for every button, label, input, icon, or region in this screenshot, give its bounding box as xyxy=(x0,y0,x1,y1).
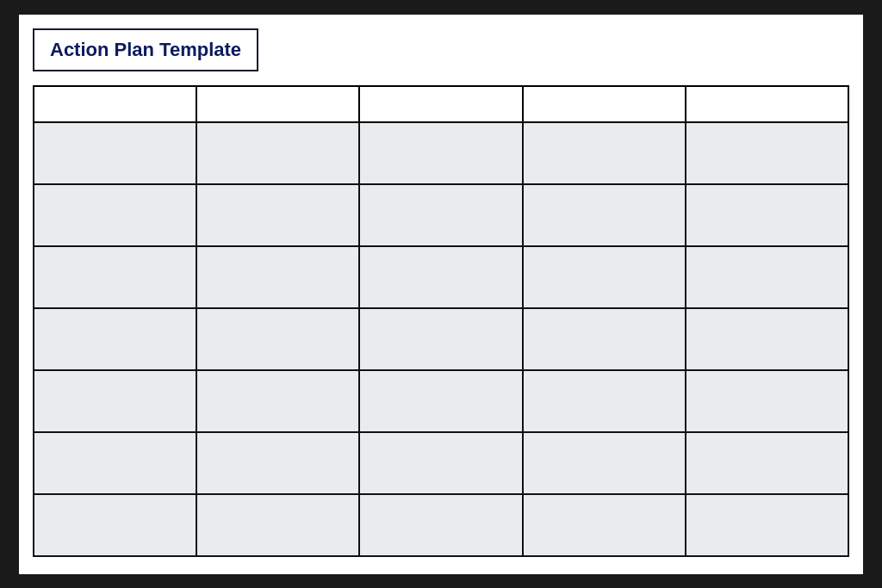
cell-row0-col-objectives[interactable] xyxy=(34,122,196,184)
cell-row4-col-timeframe[interactable] xyxy=(523,370,686,432)
table-row[interactable] xyxy=(34,370,848,432)
cell-row0-col-resources[interactable] xyxy=(686,122,848,184)
cell-row5-col-resources[interactable] xyxy=(686,432,848,494)
cell-row2-col-resources[interactable] xyxy=(686,246,848,308)
cell-row5-col-timeframe[interactable] xyxy=(523,432,686,494)
cell-row0-col-success[interactable] xyxy=(359,122,522,184)
action-plan-table: Objectives Tasks Success Criteria Time F… xyxy=(33,85,849,557)
cell-row3-col-resources[interactable] xyxy=(686,308,848,370)
cell-row4-col-success[interactable] xyxy=(359,370,522,432)
cell-row0-col-timeframe[interactable] xyxy=(523,122,686,184)
cell-row2-col-success[interactable] xyxy=(359,246,522,308)
cell-row6-col-success[interactable] xyxy=(359,494,522,556)
cell-row5-col-objectives[interactable] xyxy=(34,432,196,494)
cell-row6-col-tasks[interactable] xyxy=(196,494,359,556)
table-row[interactable] xyxy=(34,308,848,370)
cell-row0-col-tasks[interactable] xyxy=(196,122,359,184)
cell-row2-col-objectives[interactable] xyxy=(34,246,196,308)
cell-row1-col-timeframe[interactable] xyxy=(523,184,686,246)
cell-row5-col-tasks[interactable] xyxy=(196,432,359,494)
title-box: Action Plan Template xyxy=(33,28,258,71)
header-tasks: Tasks xyxy=(196,86,359,122)
cell-row3-col-tasks[interactable] xyxy=(196,308,359,370)
cell-row1-col-resources[interactable] xyxy=(686,184,848,246)
header-resources: Resources xyxy=(686,86,848,122)
cell-row6-col-timeframe[interactable] xyxy=(523,494,686,556)
table-row[interactable] xyxy=(34,432,848,494)
table-row[interactable] xyxy=(34,122,848,184)
cell-row4-col-objectives[interactable] xyxy=(34,370,196,432)
table-row[interactable] xyxy=(34,494,848,556)
header-timeframe: Time Frame xyxy=(523,86,686,122)
page-title: Action Plan Template xyxy=(50,39,241,60)
cell-row6-col-resources[interactable] xyxy=(686,494,848,556)
cell-row1-col-tasks[interactable] xyxy=(196,184,359,246)
header-objectives: Objectives xyxy=(34,86,196,122)
table-header-row: Objectives Tasks Success Criteria Time F… xyxy=(34,86,848,122)
page-container: Action Plan Template Objectives Tasks Su… xyxy=(19,15,863,574)
cell-row1-col-objectives[interactable] xyxy=(34,184,196,246)
cell-row2-col-tasks[interactable] xyxy=(196,246,359,308)
table-wrapper: Objectives Tasks Success Criteria Time F… xyxy=(33,85,849,557)
header-success-criteria: Success Criteria xyxy=(359,86,522,122)
cell-row3-col-timeframe[interactable] xyxy=(523,308,686,370)
cell-row4-col-resources[interactable] xyxy=(686,370,848,432)
cell-row2-col-timeframe[interactable] xyxy=(523,246,686,308)
cell-row6-col-objectives[interactable] xyxy=(34,494,196,556)
table-row[interactable] xyxy=(34,246,848,308)
table-body xyxy=(34,122,848,556)
cell-row1-col-success[interactable] xyxy=(359,184,522,246)
cell-row4-col-tasks[interactable] xyxy=(196,370,359,432)
table-row[interactable] xyxy=(34,184,848,246)
cell-row3-col-objectives[interactable] xyxy=(34,308,196,370)
cell-row5-col-success[interactable] xyxy=(359,432,522,494)
cell-row3-col-success[interactable] xyxy=(359,308,522,370)
